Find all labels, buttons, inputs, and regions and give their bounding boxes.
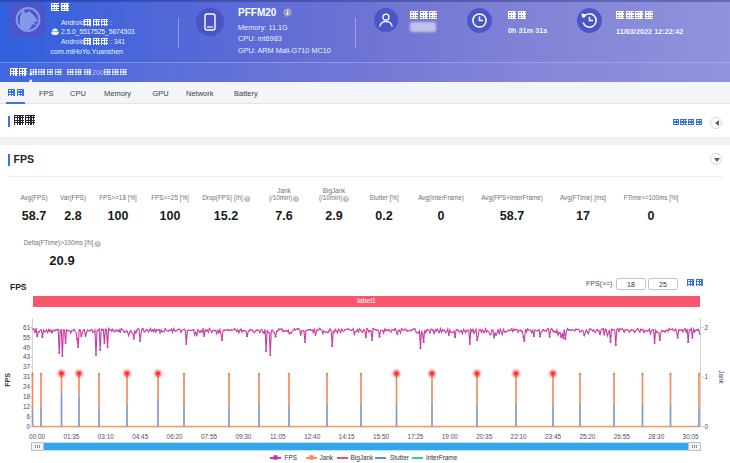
svg-text:06:20: 06:20	[167, 433, 183, 440]
svg-text:25:20: 25:20	[579, 433, 595, 440]
svg-text:04:45: 04:45	[132, 433, 148, 440]
svg-text:1: 1	[705, 373, 709, 380]
svg-text:23:45: 23:45	[545, 433, 561, 440]
svg-text:00:00: 00:00	[29, 433, 45, 440]
svg-text:Jank: Jank	[718, 370, 725, 384]
svg-text:28:30: 28:30	[648, 433, 664, 440]
svg-text:17:25: 17:25	[407, 433, 423, 440]
svg-text:09:30: 09:30	[235, 433, 251, 440]
svg-text:FPS: FPS	[4, 373, 11, 387]
svg-text:03:10: 03:10	[98, 433, 114, 440]
svg-text:07:55: 07:55	[201, 433, 217, 440]
svg-text:26:55: 26:55	[614, 433, 630, 440]
svg-text:2: 2	[705, 324, 709, 331]
svg-text:12:40: 12:40	[304, 433, 320, 440]
svg-text:0: 0	[705, 423, 709, 430]
svg-text:15:50: 15:50	[373, 433, 389, 440]
svg-text:19:00: 19:00	[442, 433, 458, 440]
svg-text:22:10: 22:10	[511, 433, 527, 440]
svg-text:11:05: 11:05	[270, 433, 286, 440]
svg-text:30:05: 30:05	[683, 433, 699, 440]
svg-text:01:35: 01:35	[63, 433, 79, 440]
svg-text:14:15: 14:15	[339, 433, 355, 440]
svg-text:20:35: 20:35	[476, 433, 492, 440]
